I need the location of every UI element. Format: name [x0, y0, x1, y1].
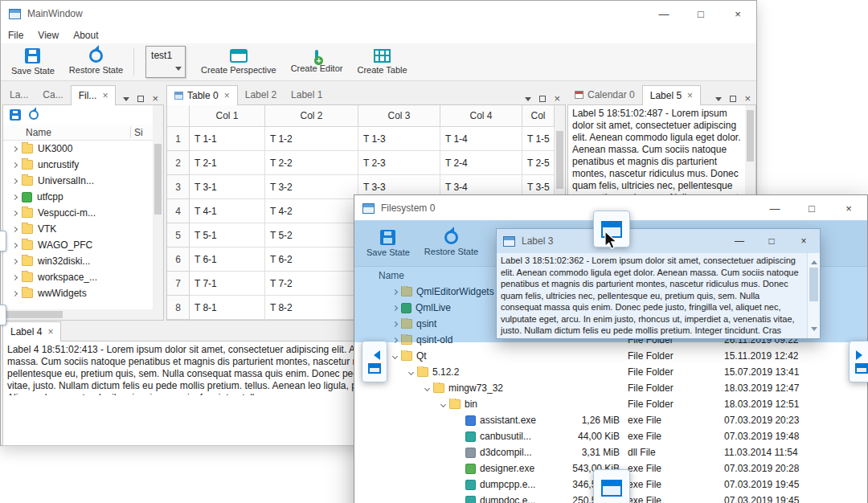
- tab-label1[interactable]: Label 1: [284, 85, 330, 104]
- scrollbar-thumb[interactable]: [154, 144, 162, 215]
- tab-label4[interactable]: Label 4 ×: [2, 321, 61, 341]
- scroll-up-icon[interactable]: [811, 257, 817, 264]
- table-cell[interactable]: T 3-1: [190, 175, 265, 199]
- table-cell[interactable]: T 1-4: [440, 127, 522, 151]
- chevron-right-icon[interactable]: [12, 290, 18, 296]
- maximize-button[interactable]: □: [755, 229, 788, 253]
- chevron-right-icon[interactable]: [12, 226, 18, 231]
- row-header-cell[interactable]: 5: [167, 223, 190, 247]
- horizontal-scrollbar[interactable]: [3, 309, 153, 320]
- table-cell[interactable]: T 2-1: [190, 151, 265, 175]
- file-row[interactable]: d3dcompil... 3,31 MiB dll File 11.03.201…: [354, 444, 867, 460]
- close-button[interactable]: ×: [830, 195, 867, 221]
- maximize-button[interactable]: □: [793, 195, 830, 221]
- tree-item[interactable]: win32diski...: [3, 253, 153, 269]
- chevron-right-icon[interactable]: [12, 274, 18, 280]
- chevron-right-icon[interactable]: [12, 242, 18, 247]
- minimize-button[interactable]: —: [756, 195, 793, 221]
- name-column-header[interactable]: Name: [3, 127, 130, 138]
- table-cell[interactable]: T 6-2: [265, 247, 358, 272]
- table-cell[interactable]: T 2-5: [522, 151, 555, 175]
- table-cell[interactable]: T 1-3: [358, 127, 440, 151]
- table-cell[interactable]: T 1-2: [265, 127, 358, 151]
- tab-label2[interactable]: Label 2: [238, 85, 284, 104]
- minimize-button[interactable]: —: [645, 1, 682, 27]
- table-cell[interactable]: T 5-1: [190, 223, 265, 247]
- row-header-cell[interactable]: 8: [167, 296, 190, 320]
- undock-icon[interactable]: [539, 96, 546, 102]
- tree-item[interactable]: UniversalIn...: [3, 173, 153, 189]
- row-header-cell[interactable]: 2: [167, 151, 190, 175]
- dock-menu-icon[interactable]: [123, 97, 129, 104]
- main-titlebar[interactable]: MainWindow — □ ×: [1, 1, 756, 27]
- dock-right-indicator[interactable]: [849, 341, 868, 382]
- tab-label-dock[interactable]: La...: [2, 85, 35, 104]
- label3-titlebar[interactable]: Label 3 — □ ×: [497, 229, 820, 253]
- row-header-cell[interactable]: 3: [167, 175, 190, 199]
- column-header[interactable]: Col: [522, 105, 555, 127]
- tree-item[interactable]: WAGO_PFC: [3, 237, 153, 253]
- table-cell[interactable]: T 2-2: [265, 151, 358, 175]
- file-row[interactable]: Qt File Folder 15.11.2019 12:42: [354, 348, 867, 364]
- tree-item[interactable]: UK3000: [3, 141, 153, 157]
- tab-table0[interactable]: Table 0 ×: [166, 85, 238, 105]
- tree-item[interactable]: workspace_...: [3, 269, 153, 285]
- auto-hide-indicator[interactable]: [0, 231, 6, 251]
- table-cell[interactable]: T 2-3: [358, 151, 440, 175]
- table-cell[interactable]: T 4-1: [190, 199, 265, 223]
- row-header-cell[interactable]: 4: [167, 199, 190, 223]
- table-cell[interactable]: T 2-4: [440, 151, 522, 175]
- table-cell[interactable]: T 5-2: [265, 223, 358, 247]
- undock-icon[interactable]: [730, 96, 736, 102]
- create-editor-button[interactable]: + Create Editor: [284, 44, 350, 80]
- file-row[interactable]: bin File Folder 18.03.2019 12:51: [354, 396, 867, 412]
- scrollbar-thumb[interactable]: [809, 268, 818, 301]
- create-perspective-button[interactable]: Create Perspective: [194, 44, 284, 80]
- column-header[interactable]: Col 2: [265, 105, 358, 127]
- menu-item-about[interactable]: About: [66, 30, 105, 41]
- scrollbar-thumb[interactable]: [5, 311, 63, 318]
- perspective-combo[interactable]: test1: [145, 46, 186, 78]
- tab-close-icon[interactable]: ×: [224, 90, 230, 101]
- vertical-scrollbar[interactable]: [807, 253, 820, 338]
- tab-calendar-dock[interactable]: Ca...: [35, 85, 70, 104]
- row-header-cell[interactable]: 7: [167, 272, 190, 296]
- scroll-down-icon[interactable]: [811, 327, 817, 334]
- scrollbar-thumb[interactable]: [747, 110, 754, 162]
- restore-icon[interactable]: [29, 110, 39, 120]
- maximize-button[interactable]: □: [682, 1, 719, 27]
- table-cell[interactable]: T 7-2: [265, 272, 358, 296]
- chevron-right-icon[interactable]: [12, 194, 18, 199]
- restore-state-button[interactable]: Restore State: [62, 44, 130, 80]
- file-row[interactable]: mingw73_32 File Folder 18.03.2019 12:47: [354, 380, 867, 396]
- tab-filesystem-dock[interactable]: Fil... ×: [71, 85, 117, 105]
- table-cell[interactable]: T 8-1: [190, 296, 265, 320]
- row-header-cell[interactable]: 6: [167, 247, 190, 272]
- dock-close-icon[interactable]: ×: [554, 92, 560, 104]
- tree-item[interactable]: Vespucci-m...: [3, 205, 153, 221]
- table-cell[interactable]: T 4-2: [265, 199, 358, 223]
- auto-hide-indicator[interactable]: [0, 305, 6, 325]
- table-cell[interactable]: T 8-2: [265, 296, 358, 320]
- tab-label5[interactable]: Label 5 ×: [642, 85, 701, 105]
- tree-item[interactable]: wwWidgets: [3, 285, 153, 301]
- file-row[interactable]: assistant.exe 1,26 MiB exe File 07.03.20…: [354, 412, 867, 428]
- minimize-button[interactable]: —: [723, 229, 755, 253]
- chevron-right-icon[interactable]: [12, 145, 18, 151]
- tab-close-icon[interactable]: ×: [687, 90, 693, 101]
- tree-item[interactable]: uncrustify: [3, 157, 153, 173]
- chevron-right-icon[interactable]: [12, 210, 18, 215]
- expand-chevron-icon[interactable]: [408, 369, 414, 374]
- tab-close-icon[interactable]: ×: [102, 90, 108, 101]
- tree-item[interactable]: VTK: [3, 221, 153, 237]
- undock-icon[interactable]: [137, 96, 144, 102]
- row-header-cell[interactable]: 1: [167, 127, 190, 151]
- dock-close-icon[interactable]: ×: [152, 92, 158, 104]
- chevron-right-icon[interactable]: [12, 258, 18, 264]
- scrollbar-thumb[interactable]: [556, 131, 563, 189]
- size-column-header[interactable]: Si: [130, 127, 153, 138]
- dock-left-indicator[interactable]: [362, 341, 387, 382]
- table-cell[interactable]: T 1-5: [522, 127, 555, 151]
- tab-close-icon[interactable]: ×: [47, 326, 53, 337]
- save-icon[interactable]: [10, 109, 21, 121]
